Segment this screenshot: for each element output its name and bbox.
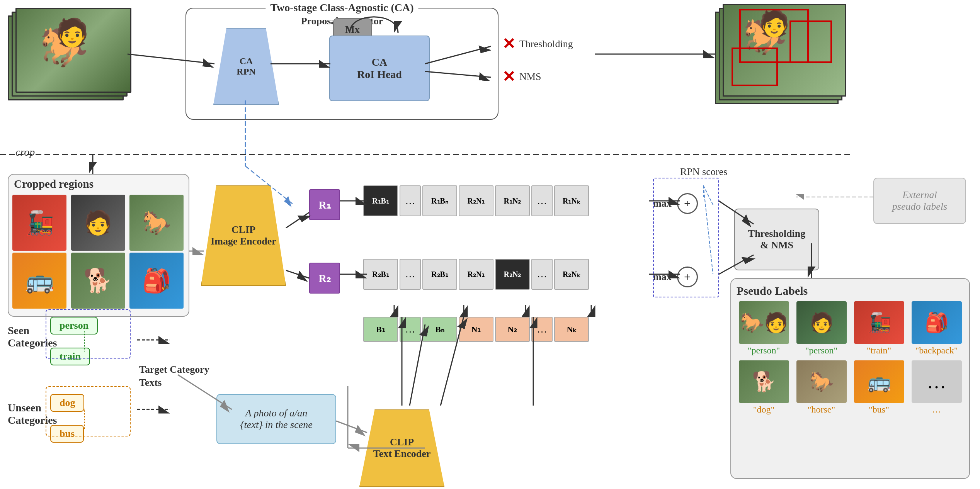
score-r1b1: R₁B₁ (363, 185, 398, 216)
pseudo-label-more: … (932, 404, 941, 415)
score-r1nk: R₁Nₖ (554, 185, 589, 216)
proposal-generator-box: Two-stage Class-Agnostic (CA) Proposal g… (185, 8, 499, 120)
text-prompt-content: A photo of a/an{text} in the scene (240, 408, 313, 431)
mx-label: Mx (345, 24, 360, 36)
pseudo-img-horse: 🐎 (796, 360, 847, 403)
score-r1n2: R₁N₂ (495, 185, 530, 216)
x-mark-2: ✕ (502, 68, 516, 86)
output-images: 🐎 🧑 (715, 4, 854, 112)
diagram-container: 🌿 🐎 🧑 Two-stage Class-Agnostic (CA) Prop… (0, 0, 980, 489)
pseudo-label-horse: "horse" (808, 404, 835, 415)
pseudo-label-person1: "person" (748, 345, 780, 356)
external-line2: pseudo labels (892, 201, 947, 212)
pseudo-item-person2: 🧑 "person" (794, 301, 849, 356)
red-box-3 (789, 20, 832, 63)
thresh-line1: Thresholding (748, 228, 805, 239)
thresholding-nms-box: Thresholding & NMS (734, 209, 819, 270)
clip-image-line1: CLIP (231, 224, 255, 236)
b-cell-b1: B₁ (363, 317, 398, 342)
score-dots-3: … (400, 259, 421, 290)
crop-image-1: 🚂 (12, 195, 66, 251)
pseudo-row-2: 🐕 "dog" 🐎 "horse" 🚌 "bus" … … (737, 360, 964, 415)
bottom-bar: B₁ … Bₙ N₁ N₂ … Nₖ (363, 317, 589, 342)
crop-image-6: 🎒 (129, 253, 184, 309)
pseudo-item-bus: 🚌 "bus" (852, 360, 906, 415)
ca-roi-head: CA RoI Head (329, 36, 430, 101)
ca-roi-line1: CA (372, 56, 387, 68)
score-row-1: R₁B₁ … R₁Bₙ R₂N₁ R₁N₂ … R₁Nₖ (363, 185, 589, 216)
crop-label: crop (15, 146, 35, 158)
pseudo-img-train: 🚂 (854, 301, 904, 344)
score-r2b1-a: R₂B₁ (363, 259, 398, 290)
b-cell-nk: Nₖ (554, 317, 589, 342)
crop-image-2: 🧑 (71, 195, 125, 251)
pseudo-label-backpack: "backpack" (915, 345, 958, 356)
thresh-line2: & NMS (760, 239, 793, 251)
b-cell-dots: … (400, 317, 421, 342)
pseudo-img-bus: 🚌 (854, 360, 904, 403)
cropped-regions-title: Cropped regions (9, 175, 189, 194)
crop-image-3: 🐎 (129, 195, 184, 251)
crop-image-4: 🚌 (12, 253, 66, 309)
output-image-front: 🐎 🧑 (723, 4, 846, 97)
score-dots-1: … (400, 185, 421, 216)
pseudo-item-person1: 🐎🧑 "person" (737, 301, 791, 356)
b-cell-dots2: … (531, 317, 553, 342)
score-dots-2: … (531, 185, 553, 216)
r2-box: R₂ (309, 263, 340, 294)
external-pseudo-box: External pseudo labels (873, 178, 966, 224)
input-image-front: 🐎 🧑 (15, 8, 131, 93)
red-box-2 (732, 48, 778, 86)
thresholding-label: Thresholding (519, 38, 573, 50)
b-cell-n1: N₁ (459, 317, 493, 342)
seen-person-dot-connector (84, 331, 85, 351)
pseudo-img-more: … (912, 360, 962, 403)
x-mark-1: ✕ (502, 35, 516, 53)
external-line1: External (902, 189, 937, 201)
proposal-title: Two-stage Class-Agnostic (CA) (265, 2, 418, 14)
unseen-dog-dot-connector (84, 409, 85, 429)
pseudo-img-person2: 🧑 (796, 301, 847, 344)
clip-image-line2: Image Encoder (211, 236, 276, 247)
seen-dashed-rect (46, 309, 131, 359)
rpn-scores-label: RPN scores (680, 166, 727, 178)
pseudo-item-train: 🚂 "train" (852, 301, 906, 356)
pseudo-img-dog: 🐕 (739, 360, 789, 403)
unseen-dashed-rect (46, 386, 131, 436)
pseudo-item-dog: 🐕 "dog" (737, 360, 791, 415)
clip-text-encoder-label: CLIP Text Encoder (359, 409, 444, 487)
pseudo-item-horse: 🐎 "horse" (794, 360, 849, 415)
pseudo-labels-box: Pseudo Labels 🐎🧑 "person" 🧑 "person" 🚂 "… (730, 278, 970, 479)
pseudo-labels-title: Pseudo Labels (737, 284, 964, 297)
pseudo-img-backpack: 🎒 (912, 301, 962, 344)
pseudo-item-more: … … (909, 360, 964, 415)
x-nms: ✕ NMS (502, 68, 541, 86)
pseudo-img-person1: 🐎🧑 (739, 301, 789, 344)
r1-box: R₁ (309, 189, 340, 220)
cropped-regions-box: Cropped regions 🚂 🧑 🐎 🚌 🐕 🎒 (8, 174, 189, 317)
pseudo-label-dog: "dog" (753, 404, 775, 415)
crop-image-5: 🐕 (71, 253, 125, 309)
score-r2n1: R₂N₁ (459, 185, 493, 216)
x-thresholding: ✕ Thresholding (502, 35, 573, 53)
score-r2n2: R₂N₂ (495, 259, 530, 290)
ca-rpn-label: CA RPN (213, 28, 279, 105)
text-prompt-box: A photo of a/an{text} in the scene (216, 394, 336, 444)
pseudo-label-bus: "bus" (869, 404, 889, 415)
input-images: 🌿 🐎 🧑 (8, 8, 139, 108)
pseudo-label-train: "train" (867, 345, 892, 356)
b-cell-bn: Bₙ (422, 317, 457, 342)
b-cell-n2: N₂ (495, 317, 530, 342)
rpn-dashed-rect (653, 178, 719, 297)
ca-roi-line2: RoI Head (357, 68, 402, 81)
pseudo-item-backpack: 🎒 "backpack" (909, 301, 964, 356)
nms-label: NMS (519, 71, 541, 83)
score-row-2: R₂B₁ … R₂B₁ R₂N₁ R₂N₂ … R₂Nₖ (363, 259, 589, 290)
pseudo-row-1: 🐎🧑 "person" 🧑 "person" 🚂 "train" 🎒 "back… (737, 301, 964, 356)
clip-text-line2: Text Encoder (373, 448, 431, 460)
clip-text-line1: CLIP (390, 436, 414, 448)
ca-rpn-line1: CA (240, 56, 253, 66)
cropped-images-grid: 🚂 🧑 🐎 🚌 🐕 🎒 (12, 195, 186, 309)
clip-image-encoder-label: CLIP Image Encoder (201, 185, 286, 286)
target-category-label: Target Category Texts (139, 363, 209, 389)
